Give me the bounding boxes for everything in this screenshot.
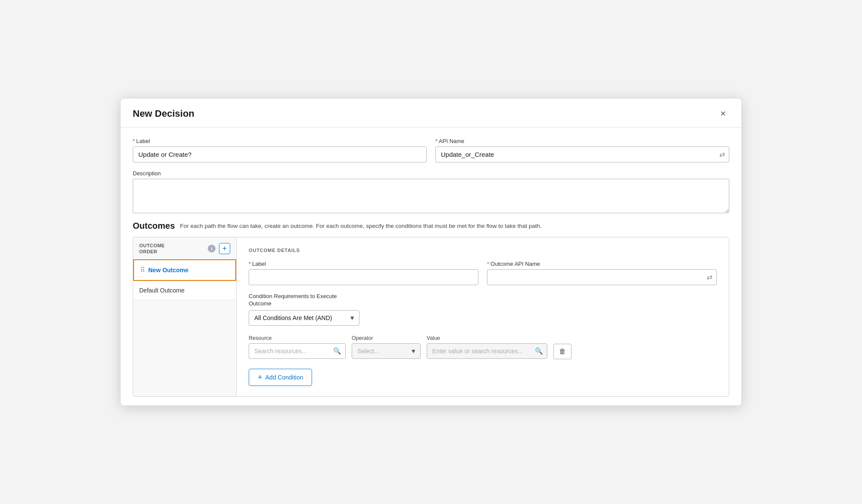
new-decision-modal: New Decision × *Label *API Name ⇄ (121, 99, 741, 405)
condition-req-label: Condition Requirements to Execute (249, 293, 717, 299)
modal-title: New Decision (133, 108, 194, 119)
label-input[interactable] (133, 146, 427, 162)
outcome-item-default[interactable]: Default Outcome (133, 281, 236, 300)
resource-field-group: Resource 🔍 (249, 335, 346, 359)
outcome-list: OUTCOMEORDER i + ⠿ New Outcome Default O… (133, 237, 237, 396)
outcome-details-label-row: *Label *Outcome API Name ⇄ (249, 261, 717, 285)
add-condition-label: Add Condition (265, 374, 303, 381)
outcome-order-label: OUTCOMEORDER (139, 243, 165, 255)
operator-select[interactable]: Select... (352, 343, 421, 359)
api-name-required-star: * (435, 138, 437, 144)
operator-field-group: Operator Select... ▼ (352, 335, 421, 359)
modal-body: *Label *API Name ⇄ Description Outcomes (121, 128, 741, 397)
resource-search-input[interactable] (249, 343, 346, 359)
label-group: *Label (133, 138, 427, 162)
outcome-api-name-input[interactable] (487, 269, 717, 285)
api-name-group: *API Name ⇄ (435, 138, 729, 162)
condition-req-sub: Outcome (249, 300, 717, 307)
outcome-details-panel: OUTCOME DETAILS *Label *Outcome API Name (237, 237, 729, 396)
outcomes-section-header: Outcomes For each path the flow can take… (133, 221, 729, 231)
delete-condition-button[interactable]: 🗑 (553, 344, 572, 359)
outcome-api-name-input-wrap: ⇄ (487, 269, 717, 285)
api-name-input[interactable] (435, 146, 729, 162)
outcomes-body: OUTCOMEORDER i + ⠿ New Outcome Default O… (133, 237, 729, 397)
outcome-label-input[interactable] (249, 269, 478, 285)
outcome-api-name-required-star: * (487, 261, 489, 267)
label-required-star: * (133, 138, 135, 144)
resource-label: Resource (249, 335, 346, 341)
outcome-api-name-field-label: *Outcome API Name (487, 261, 717, 267)
drag-handle-new: ⠿ (140, 266, 145, 274)
outcome-label-default: Default Outcome (139, 287, 184, 294)
conditions-row: Resource 🔍 Operator Select... (249, 335, 717, 359)
value-input-wrap: 🔍 (427, 343, 547, 359)
add-outcome-button[interactable]: + (219, 243, 230, 254)
api-name-label: *API Name (435, 138, 729, 144)
operator-select-wrap: Select... ▼ (352, 343, 421, 359)
outcome-label-group: *Label (249, 261, 478, 285)
value-field-group: Value 🔍 (427, 335, 547, 359)
add-condition-plus-icon: + (258, 373, 262, 381)
value-label: Value (427, 335, 547, 341)
modal-header: New Decision × (121, 99, 741, 128)
value-input[interactable] (427, 343, 547, 359)
close-button[interactable]: × (717, 107, 729, 120)
outcome-item-new[interactable]: ⠿ New Outcome (133, 259, 236, 281)
info-icon[interactable]: i (208, 245, 216, 252)
label-field-label: *Label (133, 138, 427, 144)
outcome-details-title: OUTCOME DETAILS (249, 248, 717, 253)
outcome-api-name-group: *Outcome API Name ⇄ (487, 261, 717, 285)
condition-req-select[interactable]: All Conditions Are Met (AND) Any Conditi… (249, 310, 359, 326)
description-input[interactable] (133, 179, 729, 213)
outcome-label-field-label: *Label (249, 261, 478, 267)
outcome-label-required-star: * (249, 261, 251, 267)
outcome-label-new: New Outcome (148, 267, 188, 274)
condition-req-select-wrap: All Conditions Are Met (AND) Any Conditi… (249, 310, 359, 326)
description-label: Description (133, 170, 729, 177)
outcome-list-header: OUTCOMEORDER i + (133, 237, 236, 259)
outcome-list-header-right: i + (208, 243, 230, 254)
add-condition-button[interactable]: + Add Condition (249, 369, 312, 386)
condition-req-section: Condition Requirements to Execute Outcom… (249, 293, 717, 326)
resource-input-wrap: 🔍 (249, 343, 346, 359)
outcomes-title: Outcomes (133, 221, 175, 231)
operator-label: Operator (352, 335, 421, 341)
description-group: Description (133, 170, 729, 213)
label-api-row: *Label *API Name ⇄ (133, 138, 729, 162)
outcomes-description: For each path the flow can take, create … (180, 223, 542, 229)
api-name-input-wrap: ⇄ (435, 146, 729, 162)
